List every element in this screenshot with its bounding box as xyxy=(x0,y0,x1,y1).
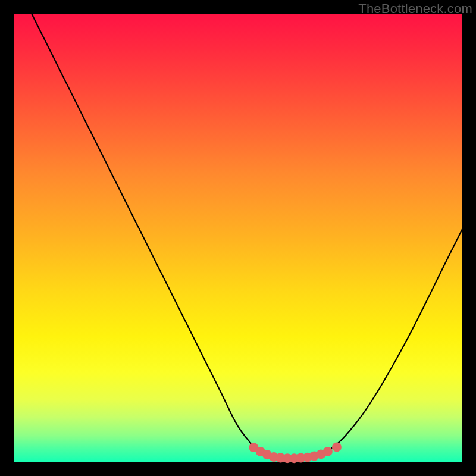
curve-line xyxy=(32,14,462,459)
watermark-text: TheBottleneck.com xyxy=(358,1,472,17)
optimal-dot xyxy=(332,442,342,452)
optimal-dot xyxy=(323,447,333,456)
chart-frame: TheBottleneck.com xyxy=(0,0,476,476)
optimal-zone-dots xyxy=(249,442,342,463)
chart-svg xyxy=(14,14,462,462)
bottleneck-curve xyxy=(32,14,462,459)
chart-plot-area xyxy=(14,14,462,462)
